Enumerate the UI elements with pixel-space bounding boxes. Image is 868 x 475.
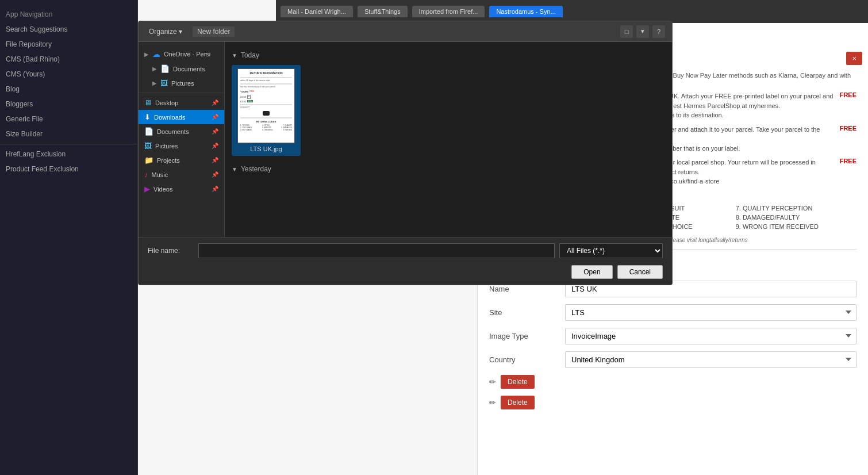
nav-onedrive[interactable]: ▶ ☁ OneDrive - Persi — [139, 47, 224, 62]
file-name-input[interactable] — [198, 243, 555, 258]
file-thumbnail-lts-uk: RETURN INFORMATION within 28 days of the… — [237, 68, 295, 143]
nav-projects[interactable]: 📁 Projects 📌 — [139, 153, 224, 167]
nav-pictures-1[interactable]: ▶ 🖼 Pictures — [139, 76, 224, 90]
music-icon: ♪ — [144, 170, 148, 179]
site-label: Site — [489, 308, 558, 317]
yesterday-group-header: Yesterday — [232, 165, 665, 173]
file-nav-panel: ▶ ☁ OneDrive - Persi ▶ 📄 Documents ▶ 🖼 P… — [139, 42, 225, 237]
documents2-icon: 📄 — [144, 127, 153, 136]
pictures1-expand-icon: ▶ — [152, 80, 157, 86]
videos-pin-icon: 📌 — [212, 186, 218, 192]
downloads-icon: ⬇ — [144, 113, 151, 121]
nav-documents-2[interactable]: 📄 Documents 📌 — [139, 124, 224, 139]
image-type-label: Image Type — [489, 332, 558, 340]
nav-videos[interactable]: ▶ Videos 📌 — [139, 182, 224, 196]
country-select[interactable]: United Kingdom — [565, 351, 857, 368]
tab-imported[interactable]: Imported from Firef... — [412, 6, 485, 17]
nav-pictures-2[interactable]: 🖼 Pictures 📌 — [139, 139, 224, 153]
new-folder-button[interactable]: New folder — [193, 26, 235, 37]
site-select[interactable]: LTS — [565, 304, 857, 321]
country-label: Country — [489, 355, 558, 364]
name-label: Name — [489, 285, 558, 293]
music-pin-icon: 📌 — [212, 171, 218, 178]
help-icon[interactable]: ? — [652, 25, 665, 38]
file-item-lts-uk[interactable]: RETURN INFORMATION within 28 days of the… — [232, 65, 301, 156]
asda-free-badge: FREE — [840, 125, 857, 132]
view-dropdown-icon[interactable]: ▾ — [636, 25, 649, 38]
hermes-free-badge: FREE — [840, 91, 857, 98]
projects-icon: 📁 — [144, 156, 153, 164]
organize-button[interactable]: Organize ▾ — [145, 26, 186, 37]
today-group-header: Today — [232, 51, 665, 59]
onedrive-expand-icon: ▶ — [144, 51, 149, 58]
browser-tab-bar: Mail - Daniel Wrigh... Stuff&Things Impo… — [276, 0, 868, 23]
edit-icon-2[interactable]: ✏ — [489, 398, 496, 407]
file-name-label: File name: — [148, 247, 194, 255]
file-dialog-toolbar: Organize ▾ New folder □ ▾ ? — [139, 21, 672, 42]
sidebar-item-search-suggestions[interactable]: Search Suggestions — [0, 22, 137, 37]
desktop-pin-icon: 📌 — [212, 99, 218, 106]
file-name-row: File name: All Files (*.*) — [148, 243, 663, 258]
action-row-2: ✏ Delete — [489, 396, 857, 409]
open-button[interactable]: Open — [571, 265, 612, 279]
sidebar-item-app-navigation[interactable]: App Navigation — [0, 7, 137, 22]
sidebar-item-size-builder[interactable]: Size Builder — [0, 127, 137, 141]
downloads-pin-icon: 📌 — [212, 114, 218, 120]
nav-downloads[interactable]: ⬇ Downloads 📌 — [139, 110, 224, 124]
file-list-area: Today RETURN INFORMATION within 28 days … — [225, 42, 672, 237]
sidebar-item-file-repository[interactable]: File Repository — [0, 37, 137, 52]
cms-close-button[interactable]: × — [846, 52, 862, 65]
returns-code-5: 8. DAMAGED/FAULTY — [736, 214, 857, 221]
pictures2-pin-icon: 📌 — [212, 143, 218, 149]
sidebar-item-blog[interactable]: Blog — [0, 82, 137, 97]
returns-code-2: 7. QUALITY PERCEPTION — [736, 205, 857, 212]
file-dialog-body: ▶ ☁ OneDrive - Persi ▶ 📄 Documents ▶ 🖼 P… — [139, 42, 672, 237]
pictures2-icon: 🖼 — [144, 141, 152, 150]
desktop-icon: 🖥 — [144, 98, 152, 107]
returns-code-8: 9. WRONG ITEM RECEIVED — [736, 223, 857, 230]
file-thumbnail-content: RETURN INFORMATION within 28 days of the… — [238, 69, 294, 143]
nav-desktop[interactable]: 🖥 Desktop 📌 — [139, 95, 224, 110]
image-type-select[interactable]: InvoiceImage — [565, 328, 857, 344]
documents2-pin-icon: 📌 — [212, 128, 218, 135]
collectplus-free-badge: FREE — [840, 158, 857, 164]
sidebar-item-cms-yours[interactable]: CMS (Yours) — [0, 67, 137, 82]
videos-icon: ▶ — [144, 185, 150, 193]
pictures1-icon: 🖼 — [160, 79, 168, 87]
delete-button-2[interactable]: Delete — [501, 396, 535, 409]
documents1-icon: 📄 — [160, 64, 170, 73]
sidebar-item-bloggers[interactable]: Bloggers — [0, 97, 137, 112]
sidebar-item-generic-file[interactable]: Generic File — [0, 112, 137, 127]
nav-documents-1[interactable]: ▶ 📄 Documents — [139, 62, 224, 76]
sidebar-item-product-feed[interactable]: Product Feed Exclusion — [0, 162, 137, 177]
today-file-grid: RETURN INFORMATION within 28 days of the… — [232, 65, 665, 156]
documents1-expand-icon: ▶ — [152, 66, 157, 72]
onedrive-icon: ☁ — [152, 49, 160, 59]
main-content: Mail - Daniel Wrigh... Stuff&Things Impo… — [138, 0, 868, 475]
site-row: Site LTS — [489, 304, 857, 321]
view-icon-1[interactable]: □ — [620, 25, 633, 38]
tab-stuff-things[interactable]: Stuff&Things — [358, 6, 408, 17]
file-type-select[interactable]: All Files (*.*) — [559, 243, 663, 258]
cancel-button[interactable]: Cancel — [617, 265, 663, 279]
cms-sidebar: App Navigation Search Suggestions File R… — [0, 0, 138, 475]
nav-music[interactable]: ♪ Music 📌 — [139, 167, 224, 182]
image-type-row: Image Type InvoiceImage — [489, 328, 857, 344]
delete-button-1[interactable]: Delete — [501, 375, 535, 389]
country-row: Country United Kingdom — [489, 351, 857, 368]
action-row-1: ✏ Delete — [489, 375, 857, 389]
file-name-lts-uk: LTS UK.jpg — [250, 145, 282, 152]
file-open-dialog: Organize ▾ New folder □ ▾ ? ▶ — [138, 21, 673, 285]
file-dialog-nav-icons: □ ▾ ? — [620, 25, 665, 38]
edit-icon-1[interactable]: ✏ — [489, 377, 496, 386]
projects-pin-icon: 📌 — [212, 157, 218, 163]
file-dialog-bottom: File name: All Files (*.*) Open Cancel — [139, 237, 672, 285]
sidebar-item-cms-bad-rhino[interactable]: CMS (Bad Rhino) — [0, 52, 137, 67]
file-dialog-buttons: Open Cancel — [148, 265, 663, 279]
tab-mail[interactable]: Mail - Daniel Wrigh... — [281, 6, 353, 17]
sidebar-item-hreflang[interactable]: HrefLang Exclusion — [0, 147, 137, 162]
tab-nastrodamus[interactable]: Nastrodamus - Syn... — [489, 6, 562, 17]
